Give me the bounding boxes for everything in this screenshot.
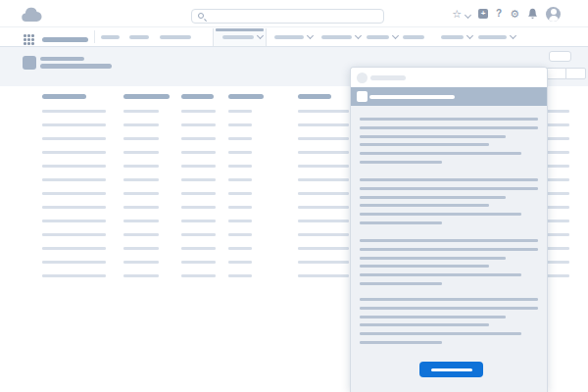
text-line-placeholder xyxy=(360,135,506,138)
cell-text-placeholder xyxy=(298,151,349,154)
cell-text-placeholder xyxy=(298,192,349,195)
cell-text-placeholder xyxy=(298,137,349,140)
cell-text-placeholder xyxy=(181,151,216,154)
text-line-placeholder xyxy=(360,257,506,260)
text-line-placeholder xyxy=(360,341,442,344)
cell-text-placeholder xyxy=(123,123,159,126)
cell-text-placeholder xyxy=(123,178,159,181)
cell-text-placeholder xyxy=(42,247,106,250)
cell-text-placeholder xyxy=(123,274,159,277)
cell-text-placeholder xyxy=(228,233,252,236)
cell-text-placeholder xyxy=(181,220,216,222)
cell-text-placeholder xyxy=(123,220,159,222)
cell-text-placeholder xyxy=(181,137,216,140)
text-line-placeholder xyxy=(360,178,538,181)
text-line-placeholder xyxy=(360,187,538,190)
cell-text-placeholder xyxy=(228,110,252,113)
column-header-placeholder[interactable] xyxy=(298,94,331,99)
cell-text-placeholder xyxy=(298,274,349,277)
column-header-placeholder[interactable] xyxy=(181,94,214,99)
cell-text-placeholder xyxy=(228,123,252,126)
cell-text-placeholder xyxy=(42,261,106,264)
cell-text-placeholder xyxy=(298,178,349,181)
app-window: ☆ + ? ⚙ xyxy=(0,0,588,392)
text-line-placeholder xyxy=(360,282,442,285)
text-line-placeholder xyxy=(360,126,538,129)
record-square-placeholder xyxy=(357,91,368,102)
cell-text-placeholder xyxy=(42,165,106,168)
cell-text-placeholder xyxy=(123,206,159,209)
cell-text-placeholder xyxy=(42,192,106,195)
cell-text-placeholder xyxy=(228,247,252,250)
panel-body xyxy=(351,106,547,392)
column-header-placeholder[interactable] xyxy=(228,94,264,99)
cell-text-placeholder xyxy=(181,110,216,113)
cell-text-placeholder xyxy=(181,274,216,277)
cell-text-placeholder xyxy=(181,206,216,209)
column-header-placeholder[interactable] xyxy=(123,94,170,99)
cell-text-placeholder xyxy=(228,261,252,264)
panel-primary-button[interactable] xyxy=(419,362,483,377)
text-line-placeholder xyxy=(360,221,442,224)
column-header-placeholder[interactable] xyxy=(42,94,86,99)
cell-text-placeholder xyxy=(42,137,106,140)
text-line-placeholder xyxy=(360,307,538,310)
text-line-placeholder xyxy=(360,239,538,242)
cell-text-placeholder xyxy=(228,206,252,209)
text-line-placeholder xyxy=(360,248,538,251)
cell-text-placeholder xyxy=(298,220,349,222)
cell-text-placeholder xyxy=(181,165,216,168)
text-line-placeholder xyxy=(360,143,489,146)
cell-text-placeholder xyxy=(298,165,349,168)
text-line-placeholder xyxy=(360,273,521,276)
panel-header xyxy=(351,68,547,87)
cell-text-placeholder xyxy=(42,123,106,126)
cell-text-placeholder xyxy=(298,110,349,113)
cell-text-placeholder xyxy=(228,178,252,181)
text-line-placeholder xyxy=(360,265,489,268)
cell-text-placeholder xyxy=(181,247,216,250)
cell-text-placeholder xyxy=(42,233,106,236)
text-line-placeholder xyxy=(360,196,506,199)
cell-text-placeholder xyxy=(123,192,159,195)
cell-text-placeholder xyxy=(228,165,252,168)
cell-text-placeholder xyxy=(123,137,159,140)
cell-text-placeholder xyxy=(123,165,159,168)
cell-text-placeholder xyxy=(181,192,216,195)
cell-text-placeholder xyxy=(228,220,252,222)
cell-text-placeholder xyxy=(42,151,106,154)
cell-text-placeholder xyxy=(228,151,252,154)
cell-text-placeholder xyxy=(123,261,159,264)
text-line-placeholder xyxy=(360,323,489,326)
cell-text-placeholder xyxy=(42,178,106,181)
cell-text-placeholder xyxy=(298,233,349,236)
button-label-placeholder xyxy=(431,368,472,371)
cell-text-placeholder xyxy=(298,261,349,264)
selected-item-bar[interactable] xyxy=(351,87,547,106)
text-line-placeholder xyxy=(360,118,538,121)
selected-item-label-placeholder xyxy=(369,95,455,99)
text-line-placeholder xyxy=(360,332,521,335)
cell-text-placeholder xyxy=(298,123,349,126)
text-line-placeholder xyxy=(360,161,442,164)
text-line-placeholder xyxy=(360,298,538,301)
docked-detail-panel xyxy=(350,67,548,392)
cell-text-placeholder xyxy=(181,178,216,181)
cell-text-placeholder xyxy=(123,233,159,236)
cell-text-placeholder xyxy=(42,220,106,222)
text-line-placeholder xyxy=(360,213,521,216)
cell-text-placeholder xyxy=(228,192,252,195)
cell-text-placeholder xyxy=(42,274,106,277)
text-line-placeholder xyxy=(360,316,506,318)
cell-text-placeholder xyxy=(298,247,349,250)
cell-text-placeholder xyxy=(228,137,252,140)
cell-text-placeholder xyxy=(181,233,216,236)
text-line-placeholder xyxy=(360,204,489,207)
cell-text-placeholder xyxy=(123,110,159,113)
cell-text-placeholder xyxy=(123,151,159,154)
avatar-circle-placeholder xyxy=(357,73,368,83)
cell-text-placeholder xyxy=(298,206,349,209)
cell-text-placeholder xyxy=(123,247,159,250)
cell-text-placeholder xyxy=(42,206,106,209)
panel-title-placeholder xyxy=(370,75,406,80)
